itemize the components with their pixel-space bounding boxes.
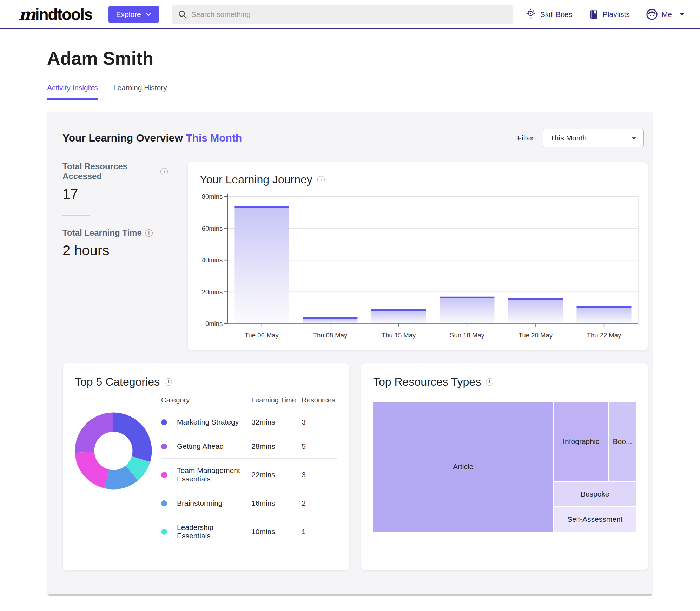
page-content: Adam Smith Activity Insights Learning Hi… bbox=[47, 48, 653, 596]
category-cell: Getting Ahead bbox=[161, 434, 251, 459]
treemap-label: Boo... bbox=[613, 437, 632, 446]
filter-group: Filter This Month bbox=[517, 129, 648, 147]
learning-time-cell: 32mins bbox=[251, 410, 302, 434]
navbar-right: Skill Bites Playlists Me bbox=[525, 8, 685, 20]
playlists-link[interactable]: Playlists bbox=[588, 9, 630, 20]
table-row: Getting Ahead28mins5 bbox=[161, 434, 337, 459]
learning-time-cell: 10mins bbox=[251, 515, 302, 548]
svg-text:Thu 22 May: Thu 22 May bbox=[587, 331, 621, 339]
info-icon[interactable]: i bbox=[145, 229, 153, 237]
mindtools-logo[interactable]: mindtools bbox=[19, 5, 92, 24]
bottom-cards-row: Top 5 Categories i Category Learning Tim… bbox=[62, 363, 648, 570]
filter-dropdown[interactable]: This Month bbox=[543, 129, 644, 147]
lightbulb-icon bbox=[525, 8, 536, 20]
filter-dropdown-value: This Month bbox=[550, 134, 587, 142]
tab-learning-history[interactable]: Learning History bbox=[113, 84, 167, 100]
top-categories-title: Top 5 Categories i bbox=[75, 375, 337, 388]
svg-text:40mins: 40mins bbox=[202, 256, 223, 264]
info-icon[interactable]: i bbox=[160, 168, 168, 175]
stats-divider bbox=[62, 215, 90, 216]
categories-donut-chart bbox=[75, 412, 152, 490]
chevron-down-icon bbox=[146, 13, 151, 16]
me-menu[interactable]: Me bbox=[646, 8, 685, 20]
treemap-label: Self-Assessment bbox=[567, 515, 623, 524]
top-navbar: mindtools Explore bbox=[0, 0, 700, 29]
svg-text:60mins: 60mins bbox=[202, 225, 223, 232]
top-categories-title-text: Top 5 Categories bbox=[75, 375, 160, 388]
category-cell: Team Management Essentials bbox=[161, 459, 251, 491]
avatar-icon bbox=[646, 8, 658, 20]
search-bar[interactable] bbox=[172, 5, 513, 24]
resources-cell: 1 bbox=[302, 515, 337, 548]
info-icon[interactable]: i bbox=[317, 176, 325, 183]
top-resources-card: Top Resources Types i Article Infographi… bbox=[361, 363, 648, 570]
learning-journey-chart: 0mins20mins40mins60mins80minsTue 06 MayT… bbox=[195, 191, 643, 346]
me-label: Me bbox=[662, 10, 672, 19]
learning-journey-title: Your Learning Journey i bbox=[195, 173, 643, 186]
category-color-dot bbox=[161, 444, 167, 449]
category-name: Team Management Essentials bbox=[177, 466, 244, 483]
treemap-label: Article bbox=[453, 462, 473, 471]
total-time-value: 2 hours bbox=[62, 243, 168, 258]
category-color-dot bbox=[161, 472, 167, 478]
search-icon bbox=[178, 10, 187, 19]
top-resources-title-text: Top Resources Types bbox=[373, 375, 481, 388]
overview-title: Your Learning Overview This Month bbox=[62, 132, 242, 144]
svg-text:Thu 15 May: Thu 15 May bbox=[382, 331, 416, 339]
table-row: Team Management Essentials22mins3 bbox=[161, 459, 337, 491]
info-icon[interactable]: i bbox=[165, 378, 172, 386]
category-cell: Brainstorming bbox=[161, 491, 251, 515]
column-header-learning-time: Learning Time bbox=[251, 391, 302, 410]
stats-column: Total Resources Accessed i 17 Total Lear… bbox=[62, 162, 168, 350]
tab-bar: Activity Insights Learning History bbox=[47, 84, 653, 100]
resources-treemap: Article Infographic Boo... Bespok bbox=[373, 402, 636, 532]
treemap-label: Infographic bbox=[563, 437, 599, 446]
category-cell: Marketing Strategy bbox=[161, 410, 251, 434]
table-row: Leadership Essentials10mins1 bbox=[161, 515, 337, 548]
learning-journey-card: Your Learning Journey i 0mins20mins40min… bbox=[187, 162, 648, 350]
explore-button-label: Explore bbox=[116, 10, 141, 19]
table-row: Brainstorming16mins2 bbox=[161, 491, 337, 515]
svg-text:20mins: 20mins bbox=[202, 288, 223, 296]
category-name: Getting Ahead bbox=[177, 442, 224, 451]
treemap-node-self-assessment[interactable]: Self-Assessment bbox=[554, 507, 636, 532]
treemap-node-article[interactable]: Article bbox=[373, 402, 553, 532]
search-input[interactable] bbox=[191, 10, 507, 19]
treemap-node-book[interactable]: Boo... bbox=[609, 402, 636, 481]
page-title: Adam Smith bbox=[47, 48, 653, 69]
overview-header: Your Learning Overview This Month Filter… bbox=[62, 129, 648, 147]
svg-text:0mins: 0mins bbox=[205, 320, 223, 328]
skill-bites-link[interactable]: Skill Bites bbox=[525, 8, 572, 20]
category-color-dot bbox=[161, 529, 167, 535]
tab-activity-insights[interactable]: Activity Insights bbox=[47, 84, 98, 100]
treemap-node-bespoke[interactable]: Bespoke bbox=[554, 482, 636, 506]
categories-donut-wrap bbox=[75, 412, 152, 548]
categories-table: Category Learning Time Resources Marketi… bbox=[161, 391, 337, 548]
table-row: Marketing Strategy32mins3 bbox=[161, 410, 337, 434]
category-color-dot bbox=[161, 419, 167, 425]
learning-time-cell: 22mins bbox=[251, 459, 302, 491]
dropdown-caret-icon bbox=[631, 137, 636, 140]
filter-label: Filter bbox=[517, 134, 534, 142]
svg-text:Tue 20 May: Tue 20 May bbox=[519, 331, 553, 339]
explore-button[interactable]: Explore bbox=[108, 6, 159, 23]
svg-text:Sun 18 May: Sun 18 May bbox=[450, 331, 484, 339]
column-header-category: Category bbox=[161, 391, 251, 410]
column-header-resources: Resources bbox=[302, 391, 337, 410]
category-name: Leadership Essentials bbox=[177, 523, 244, 540]
caret-down-icon bbox=[679, 13, 685, 16]
treemap-node-infographic[interactable]: Infographic bbox=[554, 402, 608, 481]
category-cell: Leadership Essentials bbox=[161, 515, 251, 548]
treemap-label: Bespoke bbox=[581, 490, 609, 498]
total-resources-label-text: Total Resources Accessed bbox=[62, 162, 157, 181]
info-icon[interactable]: i bbox=[486, 378, 493, 386]
total-resources-label: Total Resources Accessed i bbox=[62, 162, 168, 181]
learning-time-cell: 16mins bbox=[251, 491, 302, 515]
top-resources-title: Top Resources Types i bbox=[373, 375, 636, 388]
category-color-dot bbox=[161, 500, 167, 506]
svg-text:80mins: 80mins bbox=[202, 193, 223, 200]
categories-table-body: Marketing Strategy32mins3Getting Ahead28… bbox=[161, 410, 337, 548]
top-categories-body: Category Learning Time Resources Marketi… bbox=[75, 391, 337, 548]
treemap-top-row: Infographic Boo... bbox=[554, 402, 636, 481]
total-resources-value: 17 bbox=[62, 186, 168, 202]
